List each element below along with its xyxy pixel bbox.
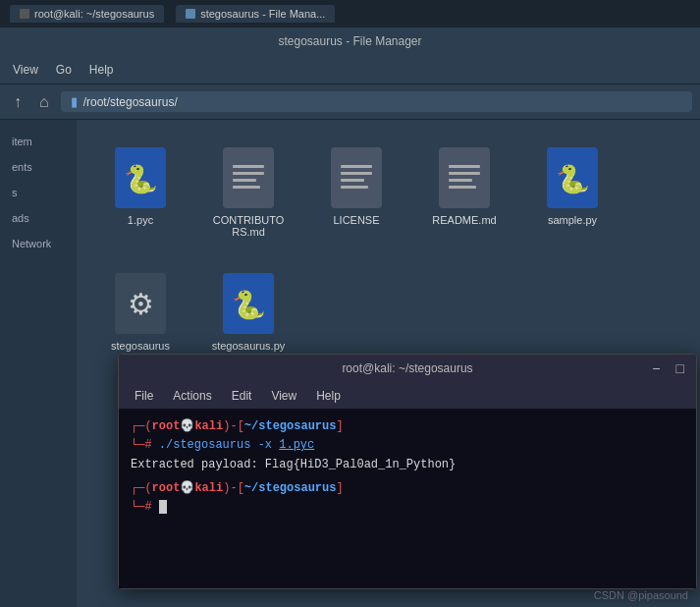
folder-icon: ▮ (71, 94, 78, 109)
watermark: CSDN @pipasound (594, 589, 688, 601)
file-icon-contributors (223, 147, 274, 208)
term-bracket-open-1: ┌─( (131, 417, 152, 436)
file-icon-license (331, 147, 382, 208)
svg-rect-11 (341, 186, 368, 189)
term-output: Extracted payload: Flag{HiD3_Pal0ad_1n_P… (131, 456, 456, 474)
terminal-menu-actions[interactable]: Actions (165, 386, 219, 406)
svg-rect-4 (233, 172, 264, 175)
file-icon-samplepy: 🐍 (547, 147, 598, 208)
svg-rect-8 (341, 165, 372, 168)
svg-rect-5 (233, 179, 256, 182)
term-user-2: root (152, 479, 181, 498)
terminal-menu-edit[interactable]: Edit (224, 386, 260, 406)
svg-rect-14 (449, 172, 480, 175)
sidebar-item-network[interactable]: Network (4, 232, 73, 255)
sidebar-item-ads[interactable]: ads (4, 206, 73, 230)
fm-menu-go[interactable]: Go (48, 59, 80, 81)
maximize-button[interactable]: □ (673, 360, 688, 376)
svg-rect-7 (331, 147, 382, 208)
term-skull-2: 💀 (180, 479, 194, 498)
term-cursor (159, 500, 167, 514)
terminal-menubar: File Actions Edit View Help (119, 382, 696, 410)
term-line-2: ┌─(root💀kali)-[~/stegosaurus] (131, 479, 684, 498)
file-stegosauruspy[interactable]: 🐍 stegosaurus.py (204, 265, 293, 359)
term-bracket-close-1: )-[ (223, 417, 244, 436)
term-user-1: root (152, 417, 181, 436)
svg-rect-10 (341, 179, 364, 182)
sidebar-item-item[interactable]: item (4, 130, 73, 153)
term-path-2: ~/stegosaurus (244, 479, 337, 498)
os-titlebar: root@kali: ~/stegosaurus stegosaurus - F… (0, 0, 700, 28)
filemanager-tab[interactable]: stegosaurus - File Mana... (176, 5, 335, 23)
fm-menu-help[interactable]: Help (81, 59, 122, 81)
svg-rect-6 (233, 186, 260, 189)
fm-menubar: View Go Help (0, 55, 700, 84)
term-line-cursor: └─# (131, 498, 684, 517)
home-button[interactable]: ⌂ (33, 91, 55, 113)
term-skull-1: 💀 (180, 417, 194, 436)
tab-icon (20, 9, 29, 19)
file-label-samplepy: sample.py (548, 214, 597, 226)
terminal-titlebar: root@kali: ~/stegosaurus − □ (119, 355, 696, 382)
term-path-close-2: ] (336, 479, 343, 498)
file-label-1pyc: 1.pyc (128, 214, 153, 226)
terminal-body: ┌─(root💀kali)-[~/stegosaurus] └─# ./steg… (119, 410, 696, 588)
back-button[interactable]: ↑ (8, 91, 27, 113)
file-stegosaurus[interactable]: ⚙ stegosaurus (96, 265, 185, 359)
file-label-stegosauruspy: stegosaurus.py (212, 340, 286, 352)
term-output-line: Extracted payload: Flag{HiD3_Pal0ad_1n_P… (131, 455, 684, 474)
terminal-menu-help[interactable]: Help (308, 386, 349, 406)
term-line-1: ┌─(root💀kali)-[~/stegosaurus] (131, 417, 684, 436)
term-host-1: kali (194, 417, 223, 436)
terminal-menu-file[interactable]: File (127, 386, 161, 406)
svg-rect-12 (439, 147, 490, 208)
term-bracket-open-2: ┌─( (131, 479, 152, 498)
fm-toolbar: ↑ ⌂ ▮ /root/stegosaurus/ (0, 84, 700, 120)
terminal-title: root@kali: ~/stegosaurus (342, 361, 472, 375)
file-label-stegosaurus: stegosaurus (111, 340, 170, 352)
file-readme[interactable]: README.md (420, 139, 509, 246)
file-icon-stegosauruspy: 🐍 (223, 273, 274, 334)
svg-text:🐍: 🐍 (232, 289, 266, 321)
term-cmd-1: ./stegosaurus (159, 436, 258, 455)
term-line-cmd: └─# ./stegosaurus -x 1.pyc (131, 436, 684, 455)
fm-sidebar: item ents s ads Network (0, 120, 77, 607)
fm-titlebar: stegosaurus - File Manager (0, 28, 700, 55)
filemanager-tab-label: stegosaurus - File Mana... (200, 8, 325, 20)
path-bar[interactable]: ▮ /root/stegosaurus/ (61, 91, 692, 112)
file-1pyc[interactable]: 🐍 1.pyc (96, 139, 185, 246)
sidebar-item-ents[interactable]: ents (4, 155, 73, 179)
term-path-1: ~/stegosaurus (244, 417, 337, 436)
file-icon-1pyc: 🐍 (115, 147, 166, 208)
svg-rect-13 (449, 165, 480, 168)
svg-rect-16 (449, 186, 476, 189)
fm-title: stegosaurus - File Manager (278, 34, 421, 48)
terminal-tab[interactable]: root@kali: ~/stegosaurus (10, 5, 164, 23)
file-label-license: LICENSE (333, 214, 379, 226)
svg-text:🐍: 🐍 (556, 163, 590, 195)
file-samplepy[interactable]: 🐍 sample.py (528, 139, 617, 246)
file-icon-stegosaurus: ⚙ (115, 273, 166, 334)
term-prompt-char-1: └─# (131, 436, 159, 455)
svg-rect-15 (449, 179, 472, 182)
terminal-menu-view[interactable]: View (263, 386, 304, 406)
term-path-close-1: ] (336, 417, 343, 436)
file-icon-readme (439, 147, 490, 208)
term-cmd-file: 1.pyc (279, 436, 314, 455)
path-text: /root/stegosaurus/ (83, 95, 178, 109)
file-license[interactable]: LICENSE (312, 139, 401, 246)
file-contributors[interactable]: CONTRIBUTORS.md (204, 139, 293, 246)
fm-menu-view[interactable]: View (5, 59, 46, 81)
svg-rect-3 (233, 165, 264, 168)
term-bracket-close-2: )-[ (223, 479, 244, 498)
svg-rect-2 (223, 147, 274, 208)
term-prompt-char-2: └─# (131, 498, 159, 517)
terminal-window: root@kali: ~/stegosaurus − □ File Action… (118, 354, 697, 589)
svg-text:🐍: 🐍 (124, 163, 158, 195)
minimize-button[interactable]: − (648, 360, 664, 376)
svg-text:⚙: ⚙ (128, 288, 154, 320)
file-label-contributors: CONTRIBUTORS.md (209, 214, 288, 238)
tab-icon2 (186, 9, 195, 19)
term-cmd-flag: -x (258, 436, 280, 455)
sidebar-item-s[interactable]: s (4, 181, 73, 204)
